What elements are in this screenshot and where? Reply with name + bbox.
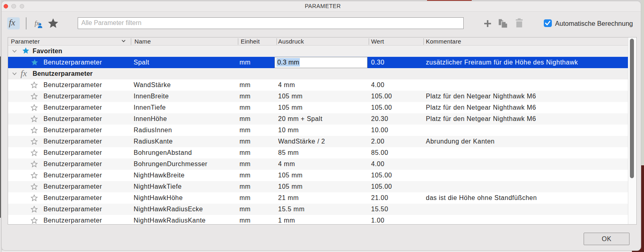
svg-text:fx: fx [21,69,27,78]
svg-text:fx: fx [35,20,39,27]
